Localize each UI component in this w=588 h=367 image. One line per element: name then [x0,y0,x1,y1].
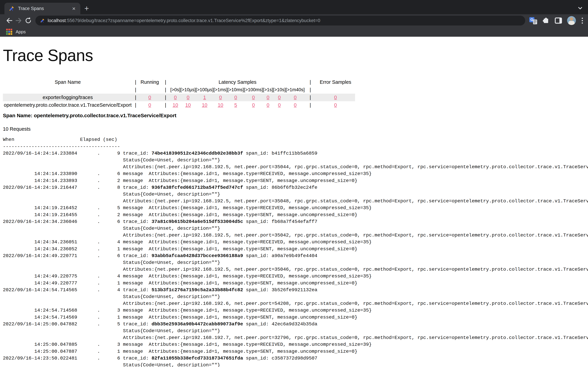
running-count-cell: 0 [139,101,161,109]
request-status-line: Status{Code=Unset, description=""} [3,293,588,300]
latency-bucket-header: [>10s] [273,86,286,94]
request-main-line: 2022/09/16-14:24:14.233884 . 9 trace_id:… [3,150,588,157]
profile-avatar[interactable] [567,16,576,25]
tab-title: Trace Spans [18,6,70,11]
latency-count-link[interactable]: 0 [219,95,222,100]
apps-label: Apps [16,29,26,34]
latency-bucket-header: [>100ms] [244,86,263,94]
column-divider: | [305,101,316,109]
trace-id-value: 513b3f1c276a7159c5a2a33b88b4fc82 [152,287,243,292]
spacer [316,86,355,94]
tab-close-icon[interactable]: × [70,6,77,11]
latency-count-link[interactable]: 0 [278,95,281,100]
latency-count-cell: 0 [263,101,273,109]
request-attributes-line: Attributes:{net.peer.ip=192.168.192.5, n… [3,198,588,205]
tab-search-chevron-icon[interactable] [576,4,584,13]
request-attributes-line: Attributes:{net.peer.ip=192.168.192.6, n… [3,300,588,307]
request-event-line: 14:24:19.216455 . 2 message Attributes:{… [3,212,588,218]
tab-trace-spans[interactable]: Trace Spans × [4,3,80,14]
latency-count-cell: 0 [286,101,305,109]
column-divider: | [161,101,170,109]
translate-icon[interactable]: G [529,17,537,24]
latency-count-cell: 0 [244,94,263,101]
tab-strip: Trace Spans × + [0,0,588,14]
error-count-link[interactable]: 0 [334,95,337,100]
trace-id-value: 74be418390512c42346cddb02e38bb3f [152,151,243,156]
latency-count-link[interactable]: 0 [252,102,255,108]
latency-count-link[interactable]: 0 [278,102,281,108]
table-header-row: Span Name | Running | Latency Samples | … [3,78,355,86]
latency-bucket-header: [>1ms] [214,86,227,94]
request-main-line: 2022/09/16-14:24:54.714565 . 4 trace_id:… [3,287,588,293]
request-event-line: 14:24:49.220775 . 4 message Attributes:{… [3,273,588,280]
error-count-cell: 0 [316,94,355,101]
log-divider: ----------------------------------------… [3,143,588,150]
error-count-link[interactable]: 0 [334,102,337,108]
request-event-line: 14:24:54.714569 . 1 message Attributes:{… [3,314,588,321]
latency-count-cell: 0 [273,101,286,109]
request-status-line: Status{Code=Unset, description=""} [3,259,588,266]
request-attributes-line: Attributes:{net.peer.ip=192.168.192.7, n… [3,334,588,341]
latency-count-cell: 0 [244,101,263,109]
running-count-link[interactable]: 0 [148,102,151,108]
bookmarks-bar: Apps [0,27,588,37]
column-divider: | [132,86,139,94]
latency-count-link[interactable]: 5 [234,102,237,108]
request-status-line: Status{Code=Unset, description=""} [3,362,588,367]
page-title: Trace Spans [3,46,588,65]
latency-bucket-header: [>10ms] [227,86,244,94]
latency-bucket-header: [>0s] [170,86,180,94]
latency-count-link[interactable]: 10 [218,102,223,108]
trace-id-value: 37a81c9b615b204a6e515df533004d5c [152,219,243,224]
span-name: opentelemetry.proto.collector.trace.v1.T… [3,101,132,109]
extensions-puzzle-icon[interactable] [542,17,550,25]
latency-count-cell: 0 [263,94,273,101]
browser-window: Trace Spans × + [0,0,588,367]
span-row: exporter/logging/traces|0|001000000|0 [3,94,355,101]
forward-button[interactable] [14,16,24,25]
running-header: Running [139,78,161,86]
telescope-favicon-icon [9,5,15,12]
menu-kebab-icon[interactable] [581,17,584,24]
latency-count-link[interactable]: 0 [294,95,297,100]
telescope-site-icon [40,18,45,23]
refresh-button[interactable] [24,16,33,25]
latency-count-cell: 0 [170,94,180,101]
request-event-line: 14:24:14.233893 . 2 message Attributes:{… [3,177,588,184]
apps-shortcut[interactable]: Apps [6,29,26,35]
latency-count-cell: 10 [214,101,227,109]
request-event-line: 14:24:54.714568 . 3 message Attributes:{… [3,307,588,314]
request-count: 10 Requests [3,126,588,132]
latency-count-cell: 0 [214,94,227,101]
latency-count-link[interactable]: 0 [234,95,237,100]
latency-count-link[interactable]: 0 [294,102,297,108]
latency-count-link[interactable]: 0 [252,95,255,100]
latency-samples-header: Latency Samples [170,78,305,86]
latency-count-link[interactable]: 1 [203,95,206,100]
latency-count-link[interactable]: 10 [185,102,191,108]
trace-id-value: 93abb5afcaa0428d37bccee9366188a9 [152,253,243,259]
column-divider: | [305,86,316,94]
request-main-line: 2022/09/16-14:24:49.220771 . 6 trace_id:… [3,252,588,259]
latency-count-link[interactable]: 0 [187,95,189,100]
latency-count-link[interactable]: 0 [267,95,269,100]
error-count-cell: 0 [316,101,355,109]
url-bar[interactable]: localhost:55679/debug/tracez?zspanname=o… [35,16,525,25]
running-count-link[interactable]: 0 [148,95,151,100]
latency-count-cell: 0 [286,94,305,101]
span-row: opentelemetry.proto.collector.trace.v1.T… [3,101,355,109]
request-event-line: 14:25:00.047885 . 3 message Attributes:{… [3,341,588,348]
latency-bucket-header: [>1s] [263,86,273,94]
back-button[interactable] [4,16,14,25]
side-panel-icon[interactable] [555,17,562,24]
latency-count-link[interactable]: 0 [267,102,269,108]
column-divider: | [132,94,139,101]
span-name: exporter/logging/traces [3,94,132,101]
latency-count-link[interactable]: 0 [174,95,177,100]
latency-count-cell: 5 [227,101,244,109]
new-tab-button[interactable]: + [84,4,89,12]
latency-count-link[interactable]: 10 [202,102,207,108]
latency-count-link[interactable]: 10 [173,102,178,108]
column-divider: | [305,94,316,101]
latency-count-cell: 10 [180,101,196,109]
